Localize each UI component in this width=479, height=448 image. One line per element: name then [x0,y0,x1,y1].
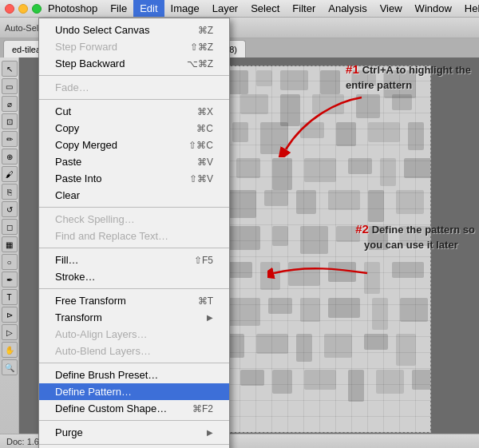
menu-define-pattern-label: Define Pattern… [55,386,132,398]
menu-copy-merged-shortcut: ⇧⌘C [188,140,213,151]
menu-purge[interactable]: Purge ▶ [39,424,229,441]
menu-step-forward-label: Step Forward [55,41,117,53]
lasso-tool[interactable]: ⌀ [2,96,18,112]
menu-auto-align: Auto-Align Layers… [39,326,229,343]
select-tool[interactable]: ▭ [2,78,18,94]
menu-help[interactable]: Help [458,0,479,17]
sep7 [39,420,229,421]
menu-define-pattern[interactable]: Define Pattern… [39,383,229,400]
menu-purge-label: Purge [55,426,83,438]
type-tool[interactable]: T [2,289,18,305]
menu-analysis[interactable]: Analysis [322,0,373,17]
edit-menu[interactable]: Undo Select Canvas ⌘Z Step Forward ⇧⌘Z S… [38,18,230,448]
menu-clear[interactable]: Clear [39,187,229,204]
menu-step-backward-shortcut: ⌥⌘Z [187,58,213,69]
menu-layer[interactable]: Layer [206,0,245,17]
menu-auto-blend-label: Auto-Blend Layers… [55,345,151,357]
menu-copy-label: Copy [55,122,79,134]
sep1 [39,75,229,76]
menu-undo-label: Undo Select Canvas [55,24,150,36]
sep8 [39,444,229,445]
eraser-tool[interactable]: ◻ [2,219,18,235]
menu-photoshop[interactable]: Photoshop [42,0,104,17]
menu-paste-shortcut: ⌘V [197,157,213,168]
menu-stroke[interactable]: Stroke… [39,268,229,285]
menu-paste[interactable]: Paste ⌘V [39,153,229,170]
menubar: Photoshop File Edit Image Layer Select F… [0,0,479,18]
menu-step-forward: Step Forward ⇧⌘Z [39,38,229,55]
menu-cut[interactable]: Cut ⌘X [39,103,229,120]
menu-paste-label: Paste [55,156,81,168]
menu-clear-label: Clear [55,189,80,201]
menu-view[interactable]: View [374,0,409,17]
heal-tool[interactable]: ⊕ [2,149,18,165]
menu-fade-label: Fade… [55,81,89,93]
maximize-button[interactable] [32,4,42,14]
menu-auto-blend: Auto-Blend Layers… [39,343,229,359]
sep2 [39,99,229,100]
menu-copy-merged[interactable]: Copy Merged ⇧⌘C [39,137,229,153]
menu-check-spelling: Check Spelling… [39,211,229,228]
transform-arrow: ▶ [207,313,213,322]
menu-fill-shortcut: ⇧F5 [194,255,213,266]
stamp-tool[interactable]: ⎘ [2,184,18,200]
menu-paste-into[interactable]: Paste Into ⇧⌘V [39,170,229,187]
menu-filter[interactable]: Filter [286,0,322,17]
menu-paste-into-label: Paste Into [55,172,102,184]
menu-cut-label: Cut [55,105,71,117]
menu-step-forward-shortcut: ⇧⌘Z [190,42,213,53]
dodge-tool[interactable]: ○ [2,254,18,270]
menu-transform-label: Transform [55,311,102,323]
menu-fill-label: Fill… [55,254,79,266]
menu-copy-merged-label: Copy Merged [55,139,117,151]
shape-tool[interactable]: ▷ [2,324,18,340]
menu-select[interactable]: Select [244,0,286,17]
menu-stroke-label: Stroke… [55,271,96,283]
menu-cut-shortcut: ⌘X [197,106,213,117]
menu-define-custom-shape[interactable]: Define Custom Shape… ⌘F2 [39,400,229,417]
pen-tool[interactable]: ✒ [2,272,18,287]
path-tool[interactable]: ⊳ [2,307,18,323]
menu-window[interactable]: Window [409,0,458,17]
menu-define-custom-shape-shortcut: ⌘F2 [192,403,213,414]
gradient-tool[interactable]: ▦ [2,236,18,252]
menu-copy[interactable]: Copy ⌘C [39,120,229,137]
purge-arrow: ▶ [207,428,213,437]
history-tool[interactable]: ↺ [2,201,18,217]
menu-undo[interactable]: Undo Select Canvas ⌘Z [39,22,229,38]
menu-auto-align-label: Auto-Align Layers… [55,328,148,340]
menu-transform[interactable]: Transform ▶ [39,309,229,326]
move-tool[interactable]: ↖ [2,61,18,77]
menu-fade: Fade… [39,79,229,96]
menu-step-backward-label: Step Backward [55,57,125,69]
sep5 [39,288,229,289]
minimize-button[interactable] [18,4,28,14]
menu-paste-into-shortcut: ⇧⌘V [189,173,213,184]
sep4 [39,248,229,248]
window-buttons [0,4,42,14]
menu-define-brush-label: Define Brush Preset… [55,369,158,381]
hand-tool[interactable]: ✋ [2,342,18,358]
menu-define-brush[interactable]: Define Brush Preset… [39,367,229,383]
left-toolbar: ↖ ▭ ⌀ ⊡ ✏ ⊕ 🖌 ⎘ ↺ ◻ ▦ ○ ✒ T ⊳ ▷ ✋ 🔍 [0,57,19,441]
menu-undo-shortcut: ⌘Z [198,25,213,36]
menu-free-transform-shortcut: ⌘T [198,295,213,307]
menu-file[interactable]: File [104,0,133,17]
menu-define-custom-shape-label: Define Custom Shape… [55,402,167,414]
menu-free-transform-label: Free Transform [55,295,126,307]
menu-find-replace: Find and Replace Text… [39,228,229,244]
close-button[interactable] [5,4,14,14]
sep3 [39,207,229,208]
zoom-tool[interactable]: 🔍 [2,359,18,375]
menu-free-transform[interactable]: Free Transform ⌘T [39,292,229,309]
menu-step-backward[interactable]: Step Backward ⌥⌘Z [39,55,229,72]
brush-tool[interactable]: 🖌 [2,166,18,182]
menu-edit[interactable]: Edit [133,0,164,17]
menu-check-spelling-label: Check Spelling… [55,213,135,225]
crop-tool[interactable]: ⊡ [2,113,18,129]
menu-image[interactable]: Image [164,0,206,17]
eyedropper-tool[interactable]: ✏ [2,131,18,147]
menu-fill[interactable]: Fill… ⇧F5 [39,252,229,268]
menu-find-replace-label: Find and Replace Text… [55,230,168,242]
menu-copy-shortcut: ⌘C [196,123,213,134]
